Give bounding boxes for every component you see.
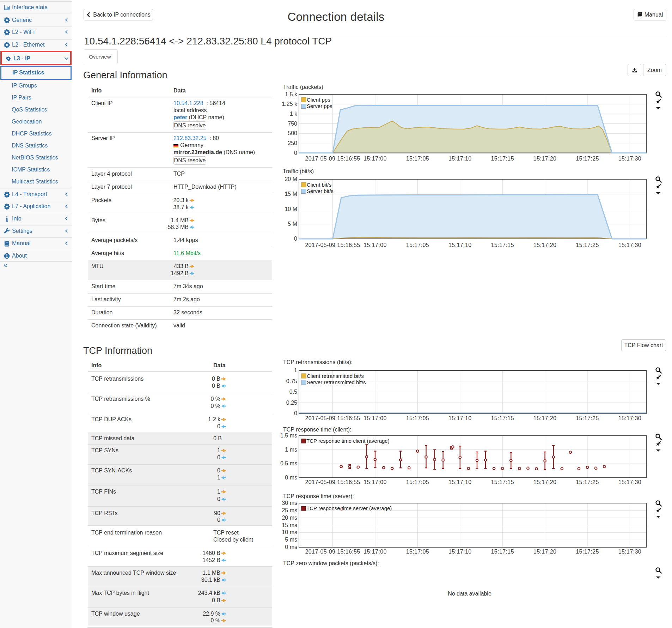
svg-text:TCP response time server (aver: TCP response time server (average) — [306, 505, 392, 511]
svg-text:20 ms: 20 ms — [282, 515, 297, 521]
svg-text:15:17:15: 15:17:15 — [491, 156, 514, 162]
svg-text:Client pps: Client pps — [307, 97, 330, 103]
svg-text:15:17:20: 15:17:20 — [533, 242, 556, 248]
svg-text:10 ms: 10 ms — [282, 529, 297, 535]
svg-text:15:17:10: 15:17:10 — [448, 549, 471, 555]
svg-text:15:17:20: 15:17:20 — [533, 479, 556, 485]
svg-text:15:17:30: 15:17:30 — [618, 549, 641, 555]
svg-text:0.5 ms: 0.5 ms — [280, 460, 297, 466]
svg-text:15:17:25: 15:17:25 — [576, 156, 599, 162]
svg-text:Server bit/s: Server bit/s — [307, 188, 334, 194]
svg-text:500: 500 — [288, 130, 297, 136]
svg-text:25 ms: 25 ms — [282, 507, 297, 513]
svg-text:15:17:30: 15:17:30 — [618, 156, 641, 162]
svg-text:1.5 k: 1.5 k — [285, 91, 298, 97]
svg-text:2017-05-09 15:16:55: 2017-05-09 15:16:55 — [305, 549, 360, 555]
svg-text:TCP response time client (aver: TCP response time client (average) — [306, 438, 390, 444]
svg-text:0 ms: 0 ms — [285, 475, 297, 481]
svg-text:2017-05-09 15:16:55: 2017-05-09 15:16:55 — [305, 479, 360, 485]
svg-text:15:17:15: 15:17:15 — [491, 549, 514, 555]
svg-text:15:17:25: 15:17:25 — [576, 415, 599, 421]
svg-text:15:17:00: 15:17:00 — [364, 479, 386, 485]
svg-text:0: 0 — [294, 236, 297, 242]
svg-text:Server retransmitted bit/s: Server retransmitted bit/s — [307, 379, 366, 385]
svg-text:15:17:05: 15:17:05 — [406, 549, 429, 555]
svg-text:15:17:05: 15:17:05 — [406, 156, 429, 162]
svg-text:30 ms: 30 ms — [282, 500, 297, 506]
svg-text:5 M: 5 M — [288, 221, 297, 227]
svg-text:0: 0 — [294, 410, 297, 416]
svg-text:15:17:15: 15:17:15 — [491, 415, 514, 421]
svg-text:20 M: 20 M — [285, 176, 297, 182]
svg-text:5 ms: 5 ms — [285, 537, 297, 543]
svg-text:Server pps: Server pps — [307, 103, 332, 109]
svg-text:15:17:05: 15:17:05 — [406, 242, 429, 248]
svg-text:0: 0 — [294, 150, 297, 156]
svg-text:15:17:15: 15:17:15 — [491, 242, 514, 248]
svg-text:1.25 k: 1.25 k — [282, 101, 298, 107]
svg-text:15:17:05: 15:17:05 — [406, 415, 429, 421]
svg-text:15:17:00: 15:17:00 — [364, 415, 386, 421]
svg-text:15:17:25: 15:17:25 — [576, 479, 599, 485]
svg-text:250: 250 — [288, 140, 297, 146]
svg-text:2017-05-09 15:16:55: 2017-05-09 15:16:55 — [305, 415, 360, 421]
svg-text:15:17:00: 15:17:00 — [364, 549, 386, 555]
svg-text:1.5 ms: 1.5 ms — [280, 433, 297, 439]
svg-text:15:17:20: 15:17:20 — [533, 549, 556, 555]
svg-text:15:17:30: 15:17:30 — [618, 479, 641, 485]
svg-text:15:17:25: 15:17:25 — [576, 242, 599, 248]
svg-text:Client bit/s: Client bit/s — [307, 182, 331, 188]
svg-text:15:17:00: 15:17:00 — [364, 156, 386, 162]
svg-text:15:17:20: 15:17:20 — [533, 156, 556, 162]
svg-text:15:17:30: 15:17:30 — [618, 242, 641, 248]
svg-text:1: 1 — [294, 367, 297, 373]
svg-text:1 k: 1 k — [290, 111, 298, 117]
svg-text:10 M: 10 M — [285, 206, 297, 212]
svg-text:15:17:10: 15:17:10 — [448, 415, 471, 421]
svg-text:Client retransmitted bit/s: Client retransmitted bit/s — [307, 373, 364, 379]
svg-text:15:17:10: 15:17:10 — [448, 242, 471, 248]
svg-text:15 ms: 15 ms — [282, 522, 297, 528]
svg-text:0.25: 0.25 — [286, 400, 297, 406]
svg-text:15:17:25: 15:17:25 — [576, 549, 599, 555]
svg-text:0.75: 0.75 — [286, 378, 297, 384]
svg-text:15:17:15: 15:17:15 — [491, 479, 514, 485]
svg-text:2017-05-09 15:16:55: 2017-05-09 15:16:55 — [305, 156, 360, 162]
svg-text:1 ms: 1 ms — [285, 447, 297, 453]
svg-text:750: 750 — [288, 121, 297, 127]
svg-text:15 M: 15 M — [285, 191, 297, 197]
svg-text:15:17:10: 15:17:10 — [448, 156, 471, 162]
svg-text:15:17:00: 15:17:00 — [364, 242, 386, 248]
svg-text:15:17:05: 15:17:05 — [406, 479, 429, 485]
svg-text:0 ms: 0 ms — [285, 544, 297, 550]
svg-text:15:17:30: 15:17:30 — [618, 415, 641, 421]
svg-text:2017-05-09 15:16:55: 2017-05-09 15:16:55 — [305, 242, 360, 248]
svg-text:15:17:20: 15:17:20 — [533, 415, 556, 421]
svg-text:15:17:10: 15:17:10 — [448, 479, 471, 485]
svg-text:0.5: 0.5 — [289, 389, 297, 395]
